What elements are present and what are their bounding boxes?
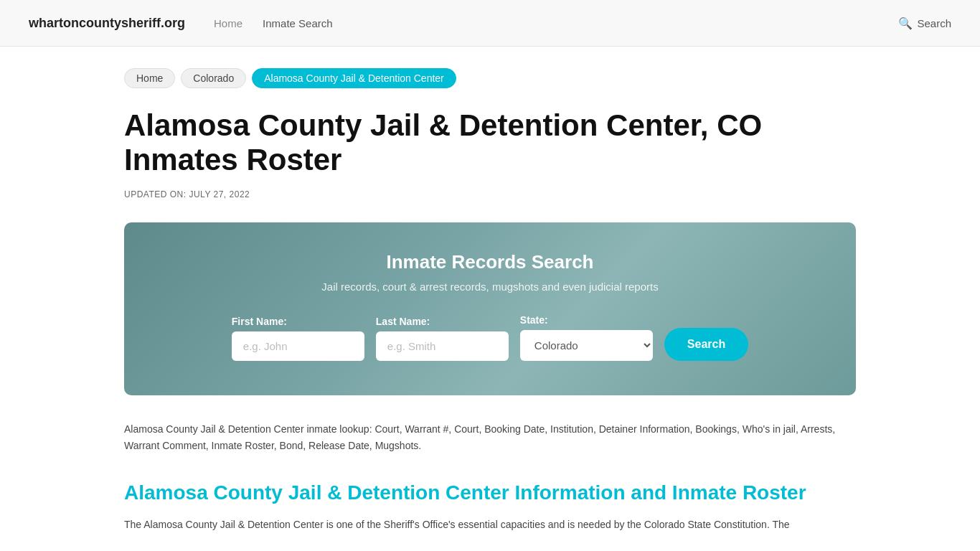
description-text: Alamosa County Jail & Detention Center i… — [124, 421, 856, 456]
search-form: First Name: Last Name: State: AlabamaAla… — [167, 314, 813, 361]
nav-search-label: Search — [917, 17, 951, 29]
widget-title: Inmate Records Search — [167, 251, 813, 273]
breadcrumb-home[interactable]: Home — [124, 68, 175, 88]
first-name-label: First Name: — [232, 316, 287, 327]
state-label: State: — [520, 314, 548, 326]
nav-inmate-search[interactable]: Inmate Search — [263, 17, 333, 29]
first-name-group: First Name: — [232, 316, 364, 361]
state-select[interactable]: AlabamaAlaskaArizonaArkansasCaliforniaCo… — [520, 330, 653, 361]
nav-home[interactable]: Home — [214, 17, 242, 29]
site-title[interactable]: whartoncountysheriff.org — [29, 16, 185, 31]
section-heading: Alamosa County Jail & Detention Center I… — [124, 481, 856, 505]
section-body: The Alamosa County Jail & Detention Cent… — [124, 517, 856, 534]
first-name-input[interactable] — [232, 331, 364, 361]
last-name-input[interactable] — [376, 331, 509, 361]
search-icon: 🔍 — [898, 17, 913, 30]
last-name-group: Last Name: — [376, 316, 509, 361]
page-title: Alamosa County Jail & Detention Center, … — [124, 108, 856, 178]
breadcrumb: Home Colorado Alamosa County Jail & Dete… — [124, 68, 856, 88]
nav-search[interactable]: 🔍 Search — [898, 17, 951, 30]
last-name-label: Last Name: — [376, 316, 430, 327]
widget-subtitle: Jail records, court & arrest records, mu… — [167, 281, 813, 293]
breadcrumb-colorado[interactable]: Colorado — [181, 68, 246, 88]
main-content: Home Colorado Alamosa County Jail & Dete… — [95, 47, 885, 551]
nav-links: Home Inmate Search — [214, 17, 870, 29]
state-group: State: AlabamaAlaskaArizonaArkansasCalif… — [520, 314, 653, 361]
search-button[interactable]: Search — [664, 328, 748, 361]
updated-label: UPDATED ON: JULY 27, 2022 — [124, 189, 856, 199]
header: whartoncountysheriff.org Home Inmate Sea… — [0, 0, 980, 47]
breadcrumb-current[interactable]: Alamosa County Jail & Detention Center — [252, 68, 456, 88]
search-widget: Inmate Records Search Jail records, cour… — [124, 222, 856, 395]
